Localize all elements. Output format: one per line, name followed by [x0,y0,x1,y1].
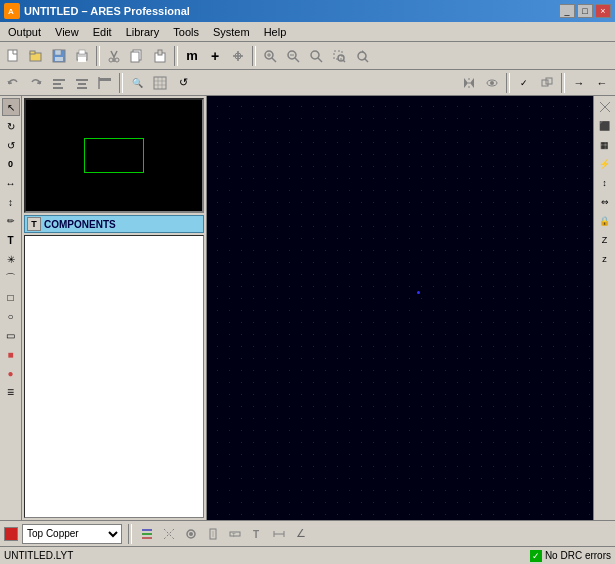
fill-circ-button[interactable]: ● [2,364,20,382]
menu-tools[interactable]: Tools [167,23,205,41]
rt-btn-3[interactable]: ▦ [596,136,614,154]
close-button[interactable]: × [595,4,611,18]
title-controls[interactable]: _ □ × [559,4,611,18]
bottom-toolbar: Top Copper Bottom Copper Top Silk Bottom… [0,520,615,546]
zoom-fit-button[interactable] [305,45,327,67]
print-button[interactable] [71,45,93,67]
svg-line-24 [272,58,276,62]
zoom-sel-button[interactable]: 🔍 [126,72,148,94]
m-icon-button[interactable]: m [181,45,203,67]
zoom-in-button[interactable] [259,45,281,67]
rotate-button[interactable]: ↺ [172,72,194,94]
select-tool-button[interactable]: ↖ [2,98,20,116]
check2-button[interactable] [536,72,558,94]
rt-btn-6[interactable]: ⇔ [596,193,614,211]
stack-button[interactable]: ≡ [2,383,20,401]
angle-icon[interactable]: ∠ [292,525,310,543]
measure-icon[interactable] [270,525,288,543]
rotate-ccw-button[interactable]: ↺ [2,136,20,154]
svg-text:T: T [253,529,259,540]
menu-help[interactable]: Help [258,23,293,41]
component-list[interactable] [24,235,204,518]
save-button[interactable] [48,45,70,67]
rt-btn-7[interactable]: 🔒 [596,212,614,230]
text-icon[interactable]: T [248,525,266,543]
app-icon: A [4,3,20,19]
svg-line-34 [343,60,345,62]
square-button[interactable]: □ [2,288,20,306]
check1-button[interactable]: ✓ [513,72,535,94]
rt-btn-8[interactable]: Z [596,231,614,249]
ratsnest-icon[interactable] [160,525,178,543]
svg-rect-44 [99,78,111,80]
move-h-button[interactable]: ↔ [2,174,20,192]
flip-h-button[interactable] [458,72,480,94]
pencil-button[interactable]: ✏ [2,212,20,230]
layer-select[interactable]: Top Copper Bottom Copper Top Silk Bottom… [22,524,122,544]
svg-rect-54 [542,80,548,86]
checkmark-icon: ✓ [532,551,540,561]
new-button[interactable] [2,45,24,67]
undo-button[interactable] [2,72,24,94]
minimize-button[interactable]: _ [559,4,575,18]
align-right-button[interactable] [94,72,116,94]
svg-point-14 [109,58,113,62]
align-left-button[interactable] [48,72,70,94]
svg-rect-7 [55,57,63,61]
rt-btn-4[interactable]: ⚡ [596,155,614,173]
rt-btn-1[interactable] [596,98,614,116]
menu-view[interactable]: View [49,23,85,41]
arrow-right-button[interactable]: → [568,72,590,94]
layer-color-indicator [4,527,18,541]
svg-rect-6 [55,50,61,55]
cut-button[interactable] [103,45,125,67]
rect-button[interactable]: ▭ [2,326,20,344]
via-icon[interactable] [182,525,200,543]
rt-btn-9[interactable]: z [596,250,614,268]
layer-icon[interactable] [138,525,156,543]
zoom-area-button[interactable] [328,45,350,67]
svg-rect-37 [53,79,65,81]
arrow-left-button[interactable]: ← [591,72,613,94]
component-list-header: T COMPONENTS [24,215,204,233]
align-center-button[interactable] [71,72,93,94]
redo-button[interactable] [25,72,47,94]
rt-btn-5[interactable]: ↕ [596,174,614,192]
star-button[interactable]: ✳ [2,250,20,268]
status-bar: UNTITLED.LYT ✓ No DRC errors [0,546,615,564]
zoom-out-button[interactable] [282,45,304,67]
menu-library[interactable]: Library [120,23,166,41]
maximize-button[interactable]: □ [577,4,593,18]
drc-status: ✓ No DRC errors [530,550,611,562]
svg-rect-17 [131,52,139,62]
components-label: COMPONENTS [44,219,116,230]
menu-output[interactable]: Output [2,23,47,41]
visibility-button[interactable] [481,72,503,94]
sep2 [174,46,178,66]
menu-system[interactable]: System [207,23,256,41]
circle-button[interactable]: ○ [2,307,20,325]
open-button[interactable] [25,45,47,67]
rt-btn-2[interactable]: ⬛ [596,117,614,135]
svg-line-31 [318,58,322,62]
canvas-area[interactable] [207,96,593,520]
menu-edit[interactable]: Edit [87,23,118,41]
plus-button[interactable]: + [204,45,226,67]
text-tool-button[interactable]: T [2,231,20,249]
cross-button[interactable] [227,45,249,67]
zoom-refresh-button[interactable] [351,45,373,67]
toolbar-secondary: 🔍 ↺ ✓ → ← [0,70,615,96]
track-icon[interactable]: T [226,525,244,543]
bot-sep1 [128,524,132,544]
zero-button[interactable]: 0 [2,155,20,173]
rotate-cw-button[interactable]: ↻ [2,117,20,135]
right-toolbar: ⬛ ▦ ⚡ ↕ ⇔ 🔒 Z z [593,96,615,520]
move-v-button[interactable]: ↕ [2,193,20,211]
copy-button[interactable] [126,45,148,67]
pad-icon[interactable] [204,525,222,543]
svg-rect-40 [76,79,88,81]
grid-button[interactable] [149,72,171,94]
paste-button[interactable] [149,45,171,67]
fill-rect-button[interactable]: ■ [2,345,20,363]
arc-button[interactable]: ⌒ [2,269,20,287]
